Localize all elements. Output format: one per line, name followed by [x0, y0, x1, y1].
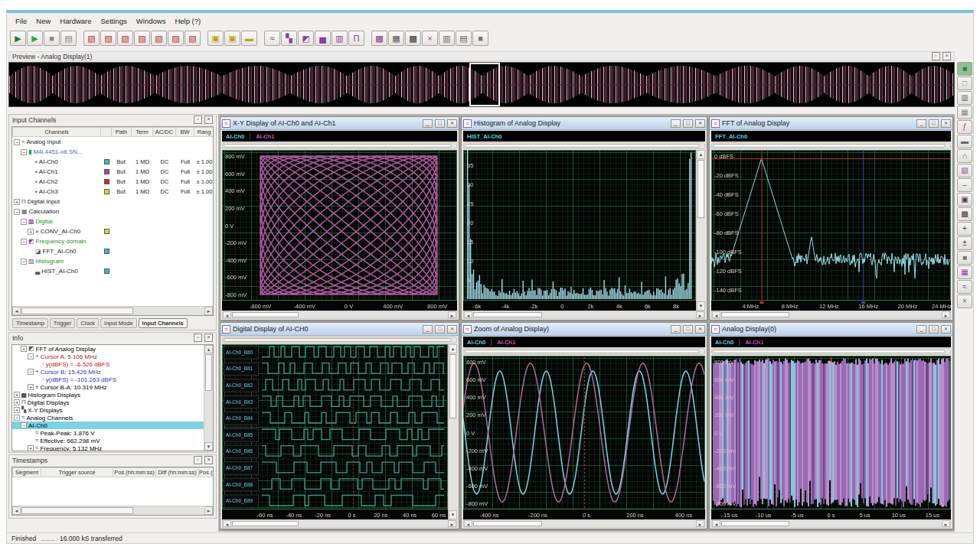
info-row-digital-displays[interactable]: +ΠDigital Displays [12, 399, 204, 406]
histogram-display-scroll-right-icon[interactable]: ► [696, 311, 704, 318]
stop-icon[interactable]: ■ [44, 31, 60, 46]
timestamps-close-button[interactable]: × [204, 456, 213, 464]
column-header-term[interactable]: Term [132, 127, 153, 137]
info-row-y-dbfs-101-263-dbfs[interactable]: ◦y(dBFS) = -101.263 dBFS [12, 376, 204, 383]
expander-icon[interactable]: − [14, 139, 20, 145]
histogram-display-top-scroll-thumb[interactable] [465, 144, 700, 148]
info-row-y-dbfs-6-526-dbfs[interactable]: ◦y(dBFS) = -6.526 dBFS [12, 360, 204, 368]
analog-display-0-canvas[interactable] [711, 356, 951, 519]
menu-hardware[interactable]: Hardware [56, 16, 95, 26]
info-row-peak-peak-1-876-v[interactable]: ≈Peak-Peak: 1.876 V [12, 429, 204, 437]
tab-clock[interactable]: Clock [77, 318, 99, 328]
info-row-effective-662-298-mv[interactable]: ≈Effective: 662.298 mV [12, 437, 204, 444]
pan-tool-icon[interactable]: ± [957, 236, 972, 250]
ts-column-segment[interactable]: Segment [12, 467, 41, 477]
table-view-icon[interactable]: ▦ [957, 106, 972, 119]
input-channels-float-button[interactable]: ▫ [194, 116, 202, 124]
fft-display-minimize-button[interactable]: _ [916, 119, 926, 128]
zoom-display-restore-button[interactable]: □ [683, 325, 693, 334]
zoom-display-top-scrollbar[interactable] [463, 348, 705, 355]
histogram-display-canvas[interactable] [463, 150, 696, 311]
scope-view-icon[interactable]: ∩ [957, 149, 972, 163]
wave-tool-icon[interactable]: ≈ [957, 280, 972, 294]
minimize-tool-icon[interactable]: – [957, 178, 972, 192]
xy-display-bottom-scroll-track[interactable] [231, 311, 448, 318]
zoom-display-minimize-button[interactable]: _ [671, 325, 681, 334]
fft-display-canvas[interactable] [711, 150, 951, 311]
expander-icon[interactable]: + [14, 392, 20, 398]
expander-icon[interactable]: + [21, 346, 27, 352]
channel-row-histogram[interactable]: −▨Histogram [12, 256, 213, 266]
fft-display-scroll-right-icon[interactable]: ► [942, 311, 950, 318]
fft-display-top-scrollbar[interactable] [711, 142, 951, 149]
channel-row-fft-ai-ch0[interactable]: ◪FFT_AI-Ch0 [12, 246, 213, 256]
channel-color-swatch[interactable] [104, 159, 109, 164]
channel-row-m4i-4451-x8-sn[interactable]: −▮M4i.4451-x8 SN... [12, 147, 213, 157]
column-header-channels[interactable]: Channels [12, 127, 101, 137]
digital-display-top-scroll-thumb[interactable] [224, 338, 452, 342]
channel-color-swatch[interactable] [104, 229, 109, 234]
xy-display-minimize-button[interactable]: _ [423, 119, 433, 128]
fft-display-restore-button[interactable]: □ [929, 119, 939, 128]
ts-column-diff-hh-mm-ss[interactable]: Diff (hh:mm:ss) [156, 467, 199, 477]
histogram-display-close-button[interactable]: × [695, 119, 705, 128]
export-data-icon[interactable]: ▨ [134, 31, 150, 46]
ts-column-trigger-source[interactable]: Trigger source [41, 467, 113, 477]
column-header-swatch[interactable] [101, 127, 112, 137]
save-as-icon[interactable]: ▧ [117, 31, 133, 46]
timestamps-float-button[interactable]: ▫ [194, 456, 202, 464]
xy-display-top-scroll-thumb[interactable] [224, 144, 452, 148]
expander-icon[interactable]: − [21, 219, 27, 225]
checker-tool-icon[interactable]: ▦ [957, 265, 972, 279]
channel-row-ai-ch2[interactable]: ▪AI-Ch2Buf.1 MΩDCFull± 1.00 [12, 177, 213, 187]
analog-display-0-bottom-scroll-thumb[interactable] [721, 521, 789, 526]
new-analog-display-icon[interactable]: ■ [957, 62, 972, 76]
digital-display-scroll-right-icon[interactable]: ► [448, 520, 456, 527]
digital-display-close-button[interactable]: × [447, 325, 457, 334]
histogram-display-vscrollbar[interactable]: ▲▼ [696, 150, 705, 311]
fft-display-bottom-scrollbar[interactable]: ◄► [711, 311, 951, 319]
xy-display-top-scrollbar[interactable] [222, 142, 457, 149]
analog-display-0-scroll-right-icon[interactable]: ► [942, 520, 950, 527]
save-file-icon[interactable]: ▨ [100, 31, 116, 46]
info-row-cursor-b-15-426-mhz[interactable]: −+Cursor B: 15.426 MHz [12, 368, 204, 376]
print-icon[interactable]: ▧ [151, 31, 167, 46]
zoom-display-channel-ai-ch0[interactable]: AI-Ch0 [467, 339, 491, 346]
report-icon[interactable]: ▧ [185, 31, 201, 46]
analog-display-0-top-scroll-thumb[interactable] [713, 350, 946, 353]
close-panel-icon[interactable]: × [957, 295, 972, 308]
info-row-cursor-a-5-106-mhz[interactable]: −+Cursor A: 5.106 MHz [12, 353, 204, 360]
info-row-fft-of-analog-display[interactable]: +◩FFT of Analog Display [12, 345, 204, 353]
info-scroll-thumb[interactable] [205, 354, 212, 391]
fft-display-scroll-left-icon[interactable]: ◄ [712, 311, 720, 318]
tab-trigger[interactable]: Trigger [50, 318, 75, 328]
digital-display-vscrollbar[interactable]: ▲▼ [448, 344, 457, 519]
zoom-in-tool-icon[interactable]: + [957, 222, 972, 236]
column-header-bw[interactable]: BW [176, 127, 194, 137]
fft-display-bottom-scroll-thumb[interactable] [721, 312, 789, 317]
analog-display-0-top-scrollbar[interactable] [711, 348, 951, 355]
histogram-display-bottom-scroll-thumb[interactable] [473, 312, 542, 317]
histogram-display-minimize-button[interactable]: _ [671, 119, 681, 128]
timestamps-hscrollbar[interactable]: ◄ ► [12, 506, 213, 515]
column-header-rang[interactable]: Rang [194, 127, 214, 137]
close-display-icon[interactable]: × [422, 31, 438, 46]
xy-display-channel-ai-ch0[interactable]: AI-Ch0 [226, 133, 250, 140]
info-scroll-down-icon[interactable]: ▼ [204, 442, 213, 451]
zoom-display-scroll-right-icon[interactable]: ► [696, 520, 704, 527]
channel-row-digital[interactable]: −▩Digital [12, 216, 213, 226]
histogram-display-bottom-scroll-track[interactable] [472, 311, 696, 318]
zoom-display-bottom-scrollbar[interactable]: ◄► [463, 519, 705, 528]
histogram-display-bottom-scrollbar[interactable]: ◄► [463, 311, 705, 319]
expander-icon[interactable]: − [14, 209, 20, 215]
analog-display-0-titlebar[interactable]: ≈Analog Display(0)_□× [710, 323, 952, 336]
digital-display-vscroll-track[interactable] [449, 353, 457, 510]
info-float-button[interactable]: ▫ [194, 334, 202, 342]
tab-input-mode[interactable]: Input Mode [100, 318, 137, 328]
preview-waveform-canvas[interactable] [8, 62, 955, 107]
add-digital-display-icon[interactable]: Π [348, 31, 364, 46]
expander-icon[interactable]: − [21, 259, 27, 265]
expander-icon[interactable]: − [28, 353, 34, 360]
auto-setup-icon[interactable]: ▣ [224, 31, 240, 46]
fft-display-close-button[interactable]: × [941, 119, 951, 128]
